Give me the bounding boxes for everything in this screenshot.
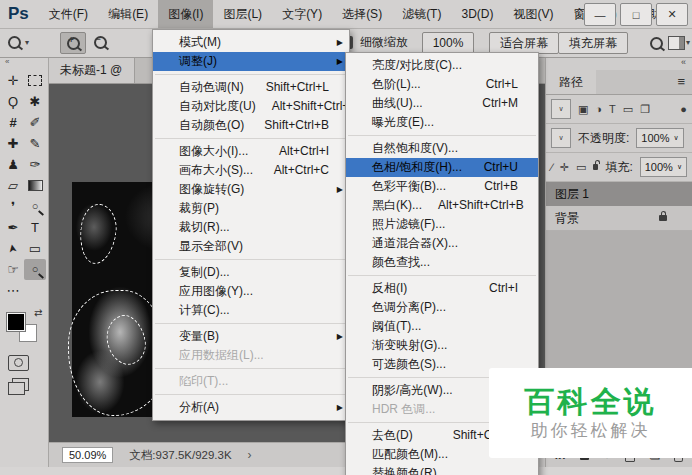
- lock-position-icon[interactable]: ✛: [560, 161, 569, 174]
- menu-item[interactable]: 阈值(T)...: [346, 317, 538, 336]
- fill-field[interactable]: 100% ∨: [640, 157, 687, 177]
- menu-item[interactable]: 图像大小(I)... Alt+Ctrl+I: [153, 142, 349, 161]
- menubar-item[interactable]: 滤镜(T): [392, 0, 451, 28]
- more-tools[interactable]: ⋯: [2, 280, 24, 301]
- minimize-button[interactable]: —: [584, 3, 616, 26]
- zoom-level-field[interactable]: 50.09%: [62, 447, 113, 463]
- menu-item[interactable]: 调整(J): [153, 52, 349, 71]
- menu-item[interactable]: 复制(D)...: [153, 263, 349, 282]
- menu-item[interactable]: 自然饱和度(V)...: [346, 139, 538, 158]
- menu-item[interactable]: 黑白(K)... Alt+Shift+Ctrl+B: [346, 196, 538, 215]
- menu-item[interactable]: 颜色查找...: [346, 253, 538, 272]
- type-tool[interactable]: T: [24, 217, 46, 238]
- panel-menu-icon[interactable]: ≡: [677, 70, 685, 94]
- filter-pixel-icon[interactable]: ▣: [578, 103, 588, 116]
- search-button[interactable]: [650, 37, 663, 53]
- menu-item[interactable]: 自动颜色(O) Shift+Ctrl+B: [153, 116, 349, 135]
- menu-item[interactable]: 色相/饱和度(H)... Ctrl+U: [346, 158, 538, 177]
- menu-item[interactable]: 替换颜色(R)...: [346, 464, 538, 475]
- magic-wand-tool[interactable]: ✱: [24, 91, 46, 112]
- rect-marquee-tool[interactable]: [24, 70, 46, 91]
- menu-item[interactable]: 自动对比度(U) Alt+Shift+Ctrl+L: [153, 97, 349, 116]
- menu-item[interactable]: 自动色调(N) Shift+Ctrl+L: [153, 78, 349, 97]
- zoom-in-button[interactable]: +: [60, 32, 86, 54]
- lock-all-icon[interactable]: [593, 164, 598, 170]
- menu-item[interactable]: 曝光度(E)...: [346, 113, 538, 132]
- status-chevron-icon[interactable]: ›: [248, 448, 252, 462]
- screen-mode-button[interactable]: [12, 378, 29, 391]
- layer-row[interactable]: 背景: [546, 206, 692, 231]
- menu-item[interactable]: 裁切(R)...: [153, 218, 349, 237]
- history-brush-tool[interactable]: ✑: [24, 154, 46, 175]
- layer-row[interactable]: 图层 1: [546, 182, 692, 206]
- move-tool[interactable]: ✛: [2, 70, 24, 91]
- menu-item[interactable]: 渐变映射(G)...: [346, 336, 538, 355]
- foreground-color-swatch[interactable]: [7, 313, 25, 331]
- menu-item[interactable]: 变量(B): [153, 327, 349, 346]
- menu-item[interactable]: 陷印(T)...: [153, 372, 349, 391]
- filter-toggle-icon[interactable]: ●: [680, 103, 687, 115]
- hand-tool[interactable]: ☞: [2, 259, 24, 280]
- menu-item[interactable]: 通道混合器(X)...: [346, 234, 538, 253]
- lasso-tool[interactable]: Ϙ: [2, 91, 24, 112]
- crop-tool[interactable]: #: [2, 112, 24, 133]
- menubar-item[interactable]: 文字(Y): [272, 0, 332, 28]
- zoom-tool[interactable]: ○: [24, 259, 46, 280]
- menubar-item[interactable]: 图层(L): [213, 0, 272, 28]
- filter-kind-select[interactable]: ∨: [551, 99, 571, 119]
- shape-tool[interactable]: ▭: [24, 238, 46, 259]
- lock-transparency-icon[interactable]: ∕: [551, 161, 553, 173]
- menubar-item[interactable]: 3D(D): [451, 0, 503, 28]
- menu-item[interactable]: 反相(I) Ctrl+I: [346, 279, 538, 298]
- menu-item[interactable]: 色彩平衡(B)... Ctrl+B: [346, 177, 538, 196]
- fit-screen-button[interactable]: 适合屏幕: [489, 32, 559, 54]
- pen-tool[interactable]: ✒: [2, 217, 24, 238]
- menu-item[interactable]: 图像旋转(G): [153, 180, 349, 199]
- zoom-100-button[interactable]: 100%: [422, 32, 474, 54]
- chevron-down-icon[interactable]: ▾: [686, 38, 690, 47]
- menu-item[interactable]: 模式(M): [153, 33, 349, 52]
- menu-item[interactable]: 照片滤镜(F)...: [346, 215, 538, 234]
- fill-screen-button[interactable]: 填充屏幕: [558, 32, 628, 54]
- menu-item[interactable]: 应用数据组(L)...: [153, 346, 349, 365]
- close-button[interactable]: ✕: [656, 3, 688, 26]
- menubar-item[interactable]: 编辑(E): [98, 0, 158, 28]
- swap-colors-icon[interactable]: ⇄: [34, 307, 42, 318]
- dodge-tool[interactable]: ○: [24, 196, 46, 217]
- opacity-field[interactable]: 100% ∨: [636, 128, 683, 148]
- document-tab[interactable]: 未标题-1 @: [48, 57, 135, 83]
- clone-stamp-tool[interactable]: ♟: [2, 154, 24, 175]
- eraser-tool[interactable]: ▱: [2, 175, 24, 196]
- menu-item[interactable]: 曲线(U)... Ctrl+M: [346, 94, 538, 113]
- path-select-tool[interactable]: ➤: [2, 238, 24, 259]
- quick-mask-button[interactable]: [8, 355, 29, 371]
- zoom-out-button[interactable]: −: [88, 32, 112, 52]
- filter-smart-object-icon[interactable]: ❐: [640, 103, 650, 116]
- gradient-tool[interactable]: [24, 175, 46, 196]
- filter-adjustment-icon[interactable]: ◑: [595, 103, 602, 115]
- menu-item[interactable]: 裁剪(P): [153, 199, 349, 218]
- menu-item[interactable]: 色阶(L)... Ctrl+L: [346, 75, 538, 94]
- zoom-tool-preset[interactable]: ▾: [8, 36, 29, 49]
- collapse-tools-icon[interactable]: ‹‹: [0, 57, 48, 70]
- maximize-button[interactable]: □: [620, 3, 652, 26]
- menubar-item[interactable]: 视图(V): [503, 0, 563, 28]
- menu-item[interactable]: 分析(A): [153, 398, 349, 417]
- menubar-item[interactable]: 图像(I): [158, 0, 213, 28]
- menu-item[interactable]: 计算(C)...: [153, 301, 349, 320]
- healing-brush-tool[interactable]: ✚: [2, 133, 24, 154]
- menu-item[interactable]: 亮度/对比度(C)...: [346, 56, 538, 75]
- menu-item[interactable]: 显示全部(V): [153, 237, 349, 256]
- tab-paths[interactable]: 路径: [546, 70, 596, 94]
- filter-shape-icon[interactable]: ▭: [623, 103, 633, 116]
- blur-tool[interactable]: ❜: [2, 196, 24, 217]
- menubar-item[interactable]: 文件(F): [39, 0, 98, 28]
- blend-mode-select[interactable]: ∨: [551, 128, 571, 148]
- menu-item[interactable]: 画布大小(S)... Alt+Ctrl+C: [153, 161, 349, 180]
- menu-item[interactable]: 色调分离(P)...: [346, 298, 538, 317]
- menubar-item[interactable]: 选择(S): [332, 0, 392, 28]
- brush-tool[interactable]: ✎: [24, 133, 46, 154]
- filter-type-icon[interactable]: T: [609, 103, 616, 115]
- lock-artboard-icon[interactable]: ▭: [576, 161, 586, 174]
- eyedropper-tool[interactable]: ✐: [24, 112, 46, 133]
